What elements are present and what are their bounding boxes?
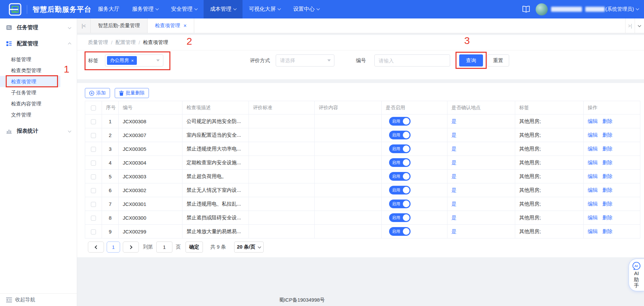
tabs-menu-chevron-icon[interactable] — [635, 18, 644, 33]
enable-toggle[interactable]: 启用 — [389, 172, 411, 181]
nav-item[interactable]: 设置中心 — [287, 0, 326, 18]
ai-assistant-button[interactable]: AI AI 助 手 — [629, 259, 644, 291]
cell-tags: 其他用房; — [515, 156, 584, 170]
toggle-knob — [403, 118, 410, 125]
row-checkbox[interactable] — [91, 147, 96, 152]
tabs-scroll-right-icon[interactable]: >| — [625, 18, 635, 33]
cell-actions: 编辑删除 — [584, 211, 640, 225]
confirm-location-link[interactable]: 是 — [451, 228, 457, 234]
cell-standard — [249, 211, 315, 225]
edit-link[interactable]: 编辑 — [588, 118, 598, 124]
sidebar-subitem[interactable]: 检查内容管理 — [0, 98, 77, 109]
sidebar-subitem[interactable]: 检查类型管理 — [0, 65, 77, 76]
edit-link[interactable]: 编辑 — [588, 146, 598, 151]
confirm-location-link[interactable]: 是 — [451, 215, 457, 220]
prev-page-button[interactable] — [88, 242, 104, 253]
row-checkbox[interactable] — [91, 161, 96, 166]
tag-filter-select[interactable]: 办公用房 × — [105, 54, 163, 67]
nav-item[interactable]: 服务大厅 — [92, 0, 126, 18]
add-button[interactable]: 添加 — [85, 88, 110, 98]
tabs-scroll-left-icon[interactable]: |< — [77, 18, 91, 33]
delete-link[interactable]: 删除 — [602, 187, 612, 193]
confirm-location-link[interactable]: 是 — [451, 118, 457, 124]
delete-link[interactable]: 删除 — [602, 132, 612, 138]
enable-toggle[interactable]: 启用 — [389, 186, 411, 194]
nav-item[interactable]: 服务管理 — [126, 0, 165, 18]
confirm-location-link[interactable]: 是 — [451, 132, 457, 138]
breadcrumb-item[interactable]: 配置管理 — [115, 39, 136, 46]
delete-link[interactable]: 删除 — [602, 146, 612, 151]
manual-book-icon[interactable] — [522, 6, 530, 13]
cell-code: JCX00301 — [119, 197, 182, 211]
tab[interactable]: 智慧后勤-质量管理 — [91, 18, 148, 33]
row-checkbox[interactable] — [91, 188, 96, 193]
evaluation-filter-select[interactable]: 请选择 — [276, 54, 334, 67]
enable-toggle[interactable]: 启用 — [389, 117, 411, 126]
sidebar-subitem[interactable]: 文件管理 — [0, 109, 77, 120]
confirm-location-link[interactable]: 是 — [451, 173, 457, 179]
row-checkbox[interactable] — [91, 133, 96, 138]
sidebar-group[interactable]: 任务管理 — [0, 19, 77, 36]
edit-link[interactable]: 编辑 — [588, 160, 598, 165]
sidebar-subitem[interactable]: 子任务管理 — [0, 87, 77, 98]
cell-confirm-location: 是 — [447, 115, 515, 128]
breadcrumb-item[interactable]: 质量管理 — [88, 39, 108, 46]
confirm-location-link[interactable]: 是 — [451, 187, 457, 193]
row-checkbox[interactable] — [91, 202, 96, 207]
user-avatar[interactable] — [536, 3, 548, 15]
sidebar-subitem[interactable]: 标签管理 — [0, 54, 77, 65]
table-header-cell: 是否确认地点 — [447, 101, 515, 115]
tag-remove-icon[interactable]: × — [131, 58, 134, 63]
goto-confirm-button[interactable]: 确定 — [185, 242, 203, 253]
delete-link[interactable]: 删除 — [602, 118, 612, 124]
current-page-button[interactable]: 1 — [107, 242, 120, 253]
filter-panel: 质量管理/配置管理/检查项管理 标签 办公用房 × 评价方式 请选择 编号 — [77, 35, 644, 79]
edit-link[interactable]: 编辑 — [588, 187, 598, 193]
tab[interactable]: 检查项管理× — [148, 18, 194, 33]
enable-toggle[interactable]: 启用 — [389, 131, 411, 139]
edit-link[interactable]: 编辑 — [588, 201, 598, 207]
delete-link[interactable]: 删除 — [602, 215, 612, 220]
tab-close-icon[interactable]: × — [183, 23, 186, 29]
nav-item[interactable]: 安全管理 — [165, 0, 204, 18]
delete-link[interactable]: 删除 — [602, 160, 612, 165]
edit-link[interactable]: 编辑 — [588, 215, 598, 220]
sidebar-group[interactable]: 配置管理 — [0, 36, 77, 52]
cell-standard — [249, 128, 315, 142]
page-size-select[interactable]: 20 条/页 — [234, 242, 264, 253]
enable-toggle[interactable]: 启用 — [389, 227, 411, 236]
row-checkbox[interactable] — [91, 229, 96, 234]
cell-confirm-location: 是 — [447, 183, 515, 197]
nav-item[interactable]: 成本管理 — [204, 0, 243, 18]
enable-toggle[interactable]: 启用 — [389, 213, 411, 222]
delete-link[interactable]: 删除 — [602, 173, 612, 179]
code-filter-input[interactable] — [374, 54, 450, 67]
confirm-location-link[interactable]: 是 — [451, 201, 457, 207]
edit-link[interactable]: 编辑 — [588, 132, 598, 138]
row-checkbox[interactable] — [91, 216, 96, 221]
edit-link[interactable]: 编辑 — [588, 173, 598, 179]
row-checkbox[interactable] — [91, 174, 96, 179]
cell-standard — [249, 225, 315, 238]
user-role-dropdown[interactable]: (系统管理员) — [605, 6, 639, 12]
cell-standard — [249, 115, 315, 128]
enable-toggle[interactable]: 启用 — [389, 144, 411, 153]
enable-toggle[interactable]: 启用 — [389, 158, 411, 167]
search-button[interactable]: 查询 — [459, 54, 483, 67]
batch-delete-button[interactable]: 批量删除 — [115, 88, 149, 98]
reset-button[interactable]: 重置 — [487, 54, 509, 67]
cell-tags: 其他用房; — [515, 128, 584, 142]
delete-link[interactable]: 删除 — [602, 228, 612, 234]
next-page-button[interactable] — [123, 242, 139, 253]
confirm-location-link[interactable]: 是 — [451, 146, 457, 151]
nav-item[interactable]: 可视化大屏 — [243, 0, 287, 18]
edit-link[interactable]: 编辑 — [588, 228, 598, 234]
sidebar-subitem[interactable]: 检查项管理 — [0, 76, 60, 87]
select-all-checkbox[interactable] — [91, 105, 96, 111]
goto-page-input[interactable] — [156, 242, 172, 253]
delete-link[interactable]: 删除 — [602, 201, 612, 207]
sidebar-group[interactable]: 报表统计 — [0, 123, 77, 139]
enable-toggle[interactable]: 启用 — [389, 200, 411, 208]
confirm-location-link[interactable]: 是 — [451, 160, 457, 165]
row-checkbox[interactable] — [91, 119, 96, 124]
